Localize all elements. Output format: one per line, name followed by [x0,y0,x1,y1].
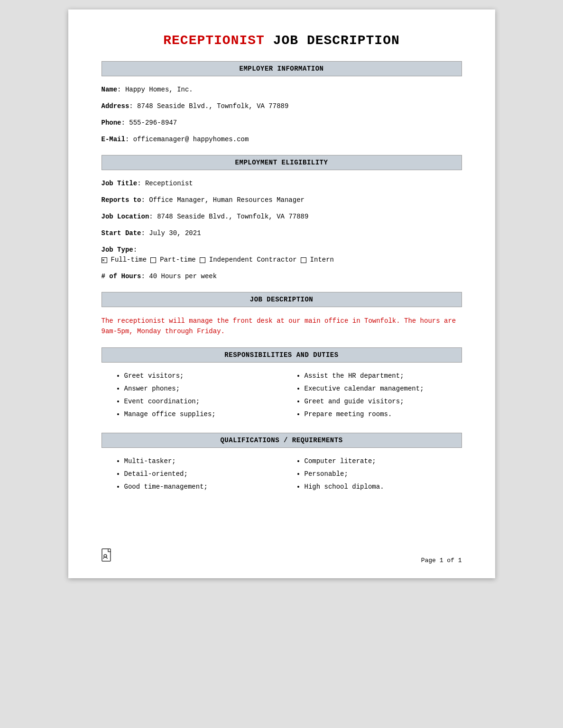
list-item: Multi-tasker; [124,456,282,466]
name-field: Name: Happy Homes, Inc. [102,85,462,95]
job-description-text: The receptionist will manage the front d… [102,316,462,337]
email-field: E-Mail: officemanager@ happyhomes.com [102,135,462,145]
list-item: Executive calendar management; [305,384,462,394]
list-item: Manage office supplies; [124,410,282,419]
list-item: Good time-management; [124,482,282,492]
parttime-checkbox[interactable] [150,257,156,263]
employer-info-header: EMPLOYER INFORMATION [102,61,462,76]
job-location-field: Job Location: 8748 Seaside Blvd., Townfo… [102,212,462,222]
qualifications-header: QUALIFICATIONS / REQUIREMENTS [102,433,462,448]
title-red-part: RECEPTIONIST [163,33,265,48]
list-item: Answer phones; [124,384,282,394]
fulltime-checkbox[interactable] [102,257,107,263]
job-title-value: : Receptionist [137,180,193,187]
job-type-options: Full-time Part-time Independent Contract… [102,255,462,265]
responsibilities-right-list: Assist the HR department; Executive cale… [296,371,462,419]
list-item: Event coordination; [124,397,282,407]
fulltime-label: Full-time [111,255,147,265]
address-label: Address [102,102,129,110]
responsibilities-left-list: Greet visitors; Answer phones; Event coo… [116,371,282,419]
list-item: Greet and guide visitors; [305,397,462,407]
qualifications-left-col: Multi-tasker; Detail-oriented; Good time… [102,456,282,495]
document-icon [102,548,113,565]
job-type-colon: : [133,246,137,254]
phone-field: Phone: 555-296-8947 [102,118,462,128]
responsibilities-right-col: Assist the HR department; Executive cale… [282,371,462,422]
qualifications-right-list: Computer literate; Personable; High scho… [296,456,462,492]
page-footer: Page 1 of 1 [421,557,462,564]
email-value: : officemanager@ happyhomes.com [125,136,249,143]
responsibilities-header: RESPONSIBILITIES AND DUTIES [102,347,462,363]
title-black-part: JOB DESCRIPTION [265,33,400,48]
name-label: Name [102,86,118,93]
qualifications-right-col: Computer literate; Personable; High scho… [282,456,462,495]
list-item: Detail-oriented; [124,469,282,479]
responsibilities-section: RESPONSIBILITIES AND DUTIES Greet visito… [102,347,462,422]
hours-label: # of Hours [102,273,141,280]
intern-label: Intern [310,255,334,265]
responsibilities-list: Greet visitors; Answer phones; Event coo… [102,371,462,422]
address-field: Address: 8748 Seaside Blvd., Townfolk, V… [102,101,462,111]
document-page: RECEPTIONIST JOB DESCRIPTION EMPLOYER IN… [68,9,495,578]
qualifications-section: QUALIFICATIONS / REQUIREMENTS Multi-task… [102,433,462,495]
contractor-label: Independent Contractor [209,255,297,265]
list-item: Greet visitors; [124,371,282,381]
list-item: Personable; [305,469,462,479]
job-title-field: Job Title: Receptionist [102,179,462,189]
hours-value: : 40 Hours per week [141,273,217,280]
job-description-header: JOB DESCRIPTION [102,292,462,307]
employer-info-section: EMPLOYER INFORMATION Name: Happy Homes, … [102,61,462,145]
list-item: High school diploma. [305,482,462,492]
qualifications-list: Multi-tasker; Detail-oriented; Good time… [102,456,462,495]
job-location-value: : 8748 Seaside Blvd., Townfolk, VA 77889 [149,213,308,220]
email-label: E-Mail [102,136,125,143]
page-number: Page 1 of 1 [421,557,462,564]
start-date-value: : July 30, 2021 [141,229,201,237]
job-location-label: Job Location [102,213,149,220]
responsibilities-left-col: Greet visitors; Answer phones; Event coo… [102,371,282,422]
phone-label: Phone [102,119,121,127]
address-value: : 8748 Seaside Blvd., Townfolk, VA 77889 [129,102,288,110]
reports-to-value: : Office Manager, Human Resources Manage… [141,196,305,204]
hours-field: # of Hours: 40 Hours per week [102,272,462,282]
employment-eligibility-header: EMPLOYMENT ELIGIBILITY [102,155,462,170]
contractor-checkbox[interactable] [200,257,205,263]
name-value: : Happy Homes, Inc. [117,86,193,93]
job-type-field: Job Type: Full-time Part-time Independen… [102,245,462,265]
list-item: Prepare meeting rooms. [305,410,462,419]
employment-eligibility-section: EMPLOYMENT ELIGIBILITY Job Title: Recept… [102,155,462,282]
job-type-label: Job Type [102,246,133,254]
document-title: RECEPTIONIST JOB DESCRIPTION [102,33,462,48]
parttime-label: Part-time [160,255,196,265]
reports-to-field: Reports to: Office Manager, Human Resour… [102,195,462,205]
start-date-field: Start Date: July 30, 2021 [102,228,462,238]
intern-checkbox[interactable] [301,257,306,263]
list-item: Computer literate; [305,456,462,466]
job-title-label: Job Title [102,180,138,187]
job-description-section: JOB DESCRIPTION The receptionist will ma… [102,292,462,337]
qualifications-left-list: Multi-tasker; Detail-oriented; Good time… [116,456,282,492]
start-date-label: Start Date [102,229,141,237]
phone-value: : 555-296-8947 [121,119,177,127]
list-item: Assist the HR department; [305,371,462,381]
reports-to-label: Reports to [102,196,141,204]
